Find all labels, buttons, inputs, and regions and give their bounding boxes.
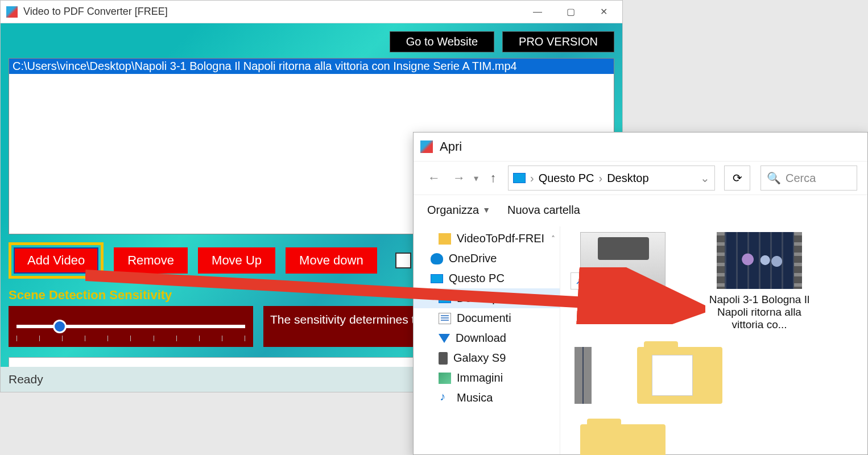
nav-back-button[interactable]: ← xyxy=(424,168,444,188)
file-item-drive-shortcut[interactable]: ↗ Data (D) - collegamento xyxy=(572,232,674,331)
chevron-up-icon: ˄ xyxy=(551,234,555,243)
tree-item-this-pc[interactable]: Questo PC xyxy=(414,268,560,288)
close-button[interactable]: ✕ xyxy=(587,1,620,23)
tree-label: Download xyxy=(456,332,506,345)
phone-icon xyxy=(439,352,448,365)
breadcrumb-current[interactable]: Desktop xyxy=(607,172,648,185)
add-video-button[interactable]: Add Video xyxy=(14,247,98,274)
app-title: Video to PDF Converter [FREE] xyxy=(23,6,521,18)
dialog-nav: ← → ▾ ↑ › Questo PC › Desktop ⌄ ⟳ 🔍 Cerc… xyxy=(414,161,867,195)
slider-ticks xyxy=(16,336,245,341)
breadcrumb-dropdown-icon[interactable]: ⌄ xyxy=(700,171,710,185)
file-item-label: Data (D) - collegamento xyxy=(572,293,674,318)
folder-icon xyxy=(637,347,722,404)
folder-content[interactable]: ↗ Data (D) - collegamento Napoli 3-1 Bol… xyxy=(560,226,867,454)
video-thumbnail xyxy=(574,347,592,404)
tree-item-music[interactable]: Musica xyxy=(414,388,560,408)
file-item-video[interactable]: Napoli 3-1 Bologna Il Napoli ritorna all… xyxy=(708,232,811,331)
file-list-item[interactable]: C:\Users\vince\Desktop\Napoli 3-1 Bologn… xyxy=(9,59,614,74)
pro-version-button[interactable]: PRO VERSION xyxy=(502,31,614,52)
chevron-down-icon: ▼ xyxy=(482,205,490,214)
highlight-box: Add Video xyxy=(9,242,104,279)
tree-item-onedrive[interactable]: OneDrive xyxy=(414,249,560,268)
nav-forward-button[interactable]: → xyxy=(449,168,469,188)
video-thumbnail xyxy=(717,232,802,289)
search-placeholder: Cerca xyxy=(786,172,816,185)
file-item-partial[interactable] xyxy=(572,347,594,408)
breadcrumb-bar[interactable]: › Questo PC › Desktop ⌄ xyxy=(508,166,715,191)
file-open-dialog: Apri ← → ▾ ↑ › Questo PC › Desktop ⌄ ⟳ 🔍… xyxy=(413,132,868,455)
sensitivity-slider[interactable] xyxy=(16,325,245,328)
move-down-button[interactable]: Move down xyxy=(286,247,377,274)
cloud-icon xyxy=(431,253,443,264)
tree-label: OneDrive xyxy=(449,252,497,265)
remove-button[interactable]: Remove xyxy=(114,247,188,274)
status-text: Ready xyxy=(9,373,43,386)
tree-label: Questo PC xyxy=(449,272,505,285)
drive-icon: ↗ xyxy=(580,232,666,289)
dialog-title: Apri xyxy=(440,139,462,154)
maximize-button[interactable]: ▢ xyxy=(554,1,587,23)
desktop-icon xyxy=(439,294,451,303)
music-icon xyxy=(439,392,451,404)
folder-icon xyxy=(580,424,666,455)
manual-checkbox[interactable] xyxy=(395,253,411,268)
app-icon xyxy=(6,6,18,18)
download-icon xyxy=(439,334,450,343)
images-icon xyxy=(439,373,451,384)
tree-label: Desktop xyxy=(457,292,498,305)
file-item-folder[interactable] xyxy=(572,424,674,455)
dialog-body: VideoToPdf-FREI˄ OneDrive Questo PC Desk… xyxy=(414,226,867,454)
tree-item-downloads[interactable]: Download xyxy=(414,328,560,348)
tree-item-images[interactable]: Immagini xyxy=(414,368,560,388)
new-folder-label: Nuova cartella xyxy=(507,204,580,217)
folder-icon xyxy=(439,233,451,245)
new-folder-button[interactable]: Nuova cartella xyxy=(507,204,580,217)
sensitivity-thumb[interactable] xyxy=(53,320,67,333)
top-buttons: Go to Website PRO VERSION xyxy=(9,31,614,52)
dialog-toolbar: Organizza ▼ Nuova cartella xyxy=(414,195,867,225)
shortcut-icon: ↗ xyxy=(571,272,588,289)
file-item-label: Napoli 3-1 Bologna Il Napoli ritorna all… xyxy=(708,293,811,331)
tree-label: Galaxy S9 xyxy=(453,351,506,365)
breadcrumb-root[interactable]: Questo PC xyxy=(539,172,594,185)
tree-item-desktop[interactable]: Desktop xyxy=(414,288,560,308)
dialog-titlebar: Apri xyxy=(414,133,867,161)
pc-icon xyxy=(431,274,443,283)
pc-icon xyxy=(513,173,526,183)
organize-label: Organizza xyxy=(427,204,479,217)
tree-label: VideoToPdf-FREI xyxy=(457,232,544,245)
folder-tree: VideoToPdf-FREI˄ OneDrive Questo PC Desk… xyxy=(414,226,560,454)
tree-item-galaxy[interactable]: Galaxy S9 xyxy=(414,348,560,368)
tree-label: Documenti xyxy=(457,312,511,325)
minimize-button[interactable]: — xyxy=(521,1,554,23)
move-up-button[interactable]: Move Up xyxy=(198,247,275,274)
file-item-folder[interactable] xyxy=(629,347,731,408)
tree-item-documents[interactable]: Documenti xyxy=(414,308,560,328)
titlebar: Video to PDF Converter [FREE] — ▢ ✕ xyxy=(1,1,622,23)
refresh-button[interactable]: ⟳ xyxy=(724,166,750,191)
search-input[interactable]: 🔍 Cerca xyxy=(760,166,857,191)
search-icon: 🔍 xyxy=(767,171,781,185)
tree-label: Musica xyxy=(457,391,493,404)
tree-label: Immagini xyxy=(457,371,503,384)
chevron-right-icon: › xyxy=(530,172,534,185)
chevron-right-icon: › xyxy=(599,172,603,185)
document-icon xyxy=(439,313,451,324)
sensitivity-slider-box xyxy=(9,306,253,347)
tree-item-folder[interactable]: VideoToPdf-FREI˄ xyxy=(414,229,560,249)
go-to-website-button[interactable]: Go to Website xyxy=(390,31,494,52)
nav-up-button[interactable]: ↑ xyxy=(483,168,503,188)
organize-menu[interactable]: Organizza ▼ xyxy=(427,204,490,217)
dialog-icon xyxy=(420,140,433,153)
